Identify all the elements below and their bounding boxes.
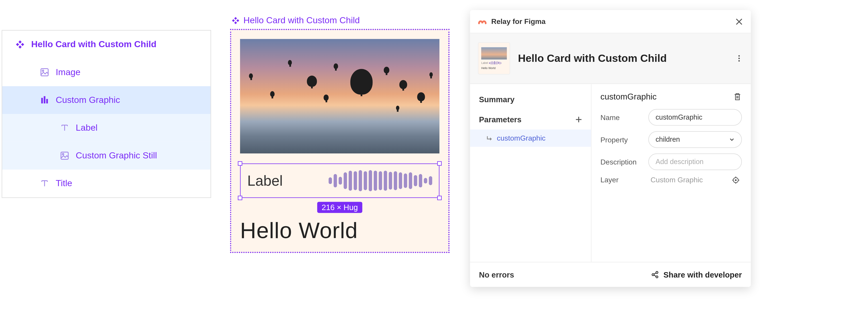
field-row-description: Description Add description (600, 153, 742, 170)
layers-panel: Hello Card with Custom Child Image Custo… (2, 30, 211, 198)
svg-rect-11 (234, 17, 237, 20)
sidebar-parameters-label: Parameters (479, 115, 522, 124)
svg-rect-6 (41, 98, 43, 104)
footer-status: No errors (479, 270, 514, 279)
svg-point-15 (739, 55, 740, 57)
svg-rect-1 (21, 43, 24, 46)
share-icon (651, 271, 659, 278)
svg-rect-13 (232, 19, 235, 22)
parameter-item-customgraphic[interactable]: customGraphic (470, 130, 591, 147)
thumb-title-text: Hello World (481, 66, 495, 70)
layer-label: Custom Graphic (56, 95, 120, 105)
plugin-detail-pane: customGraphic Name customGraphic Propert… (592, 84, 751, 262)
add-parameter-button[interactable] (575, 116, 582, 123)
parameter-name: customGraphic (497, 134, 546, 142)
layer-label: Image (56, 67, 81, 77)
component-icon (231, 16, 240, 25)
component-icon (16, 40, 24, 49)
property-select[interactable]: children (648, 131, 742, 148)
card-frame[interactable]: Label 216 × Hug Hello World (230, 29, 450, 253)
layer-label: Custom Graphic Still (76, 151, 157, 161)
layer-row-component-header[interactable]: Hello Card with Custom Child (2, 31, 211, 59)
canvas-component-title: Hello Card with Custom Child (243, 15, 360, 26)
field-label: Description (600, 158, 642, 166)
image-icon (40, 68, 49, 77)
description-input[interactable]: Add description (648, 153, 742, 170)
layer-row-custom-graphic-still[interactable]: Custom Graphic Still (2, 142, 211, 170)
hero-image (240, 39, 439, 153)
custom-graphic-frame[interactable]: Label 216 × Hug (240, 163, 439, 198)
layer-label: Title (56, 178, 72, 188)
layer-target-row: Custom Graphic (648, 176, 742, 184)
custom-graphic-label: Label (247, 172, 283, 189)
selection-handle[interactable] (238, 161, 242, 166)
svg-rect-14 (234, 22, 237, 24)
selection-size-badge: 216 × Hug (317, 202, 362, 213)
svg-point-19 (735, 179, 736, 180)
delete-parameter-button[interactable] (733, 92, 742, 101)
image-icon (60, 151, 69, 160)
card-title-text: Hello World (240, 218, 439, 243)
description-placeholder: Add description (655, 158, 704, 166)
frame-bars-icon (40, 96, 49, 104)
relay-logo-icon (478, 17, 487, 26)
layer-row-custom-graphic[interactable]: Custom Graphic (2, 86, 211, 114)
text-icon (60, 124, 69, 132)
selection-handle[interactable] (238, 196, 242, 200)
svg-rect-8 (46, 99, 48, 104)
waveform-graphic (329, 170, 432, 192)
thumb-label-text: Label (481, 61, 488, 65)
property-value: children (655, 136, 680, 143)
svg-point-16 (739, 58, 740, 59)
field-row-layer: Layer Custom Graphic (600, 176, 742, 184)
more-menu-button[interactable] (735, 55, 743, 62)
svg-rect-7 (43, 96, 45, 103)
sidebar-parameters[interactable]: Parameters (470, 109, 591, 130)
field-row-property: Property children (600, 131, 742, 148)
share-label: Share with developer (663, 270, 742, 279)
field-label: Name (600, 113, 642, 121)
layer-row-image[interactable]: Image (2, 59, 211, 86)
text-icon (40, 179, 49, 188)
plugin-header: Relay for Figma (470, 10, 751, 33)
sidebar-summary[interactable]: Summary (470, 90, 591, 110)
plugin-brand: Relay for Figma (478, 17, 546, 26)
sidebar-summary-label: Summary (479, 95, 515, 104)
share-with-developer-button[interactable]: Share with developer (651, 270, 742, 279)
chevron-down-icon (729, 137, 735, 142)
component-name: Hello Card with Custom Child (518, 53, 727, 65)
selection-handle[interactable] (437, 196, 442, 200)
svg-point-17 (739, 60, 740, 62)
svg-rect-0 (19, 40, 22, 43)
svg-point-10 (62, 153, 64, 155)
svg-rect-3 (19, 45, 22, 48)
layer-row-label[interactable]: Label (2, 114, 211, 142)
name-input[interactable]: customGraphic (648, 109, 742, 126)
component-thumbnail: Label Hello World (478, 42, 510, 74)
close-button[interactable] (735, 18, 743, 25)
layer-row-title[interactable]: Title (2, 170, 211, 198)
svg-rect-2 (16, 43, 19, 46)
enter-arrow-icon (486, 135, 493, 142)
relay-plugin-panel: Relay for Figma Label Hello World Hello … (470, 10, 751, 287)
plugin-brand-name: Relay for Figma (491, 17, 546, 26)
field-label: Layer (600, 176, 642, 184)
layer-value: Custom Graphic (651, 176, 703, 184)
svg-point-5 (42, 70, 43, 71)
target-layer-button[interactable] (732, 176, 740, 184)
canvas-component-label[interactable]: Hello Card with Custom Child (231, 15, 450, 26)
svg-rect-12 (237, 19, 239, 22)
field-label: Property (600, 135, 642, 144)
component-header-bar: Label Hello World Hello Card with Custom… (470, 33, 751, 84)
layer-label: Label (76, 123, 97, 133)
field-row-name: Name customGraphic (600, 109, 742, 126)
plugin-footer: No errors Share with developer (470, 262, 751, 287)
plugin-sidebar: Summary Parameters customGraphic (470, 84, 592, 262)
detail-title: customGraphic (600, 92, 657, 101)
name-value: customGraphic (655, 113, 702, 121)
canvas-area: Hello Card with Custom Child (230, 15, 450, 253)
selection-handle[interactable] (437, 161, 442, 166)
layer-label: Hello Card with Custom Child (31, 39, 156, 49)
